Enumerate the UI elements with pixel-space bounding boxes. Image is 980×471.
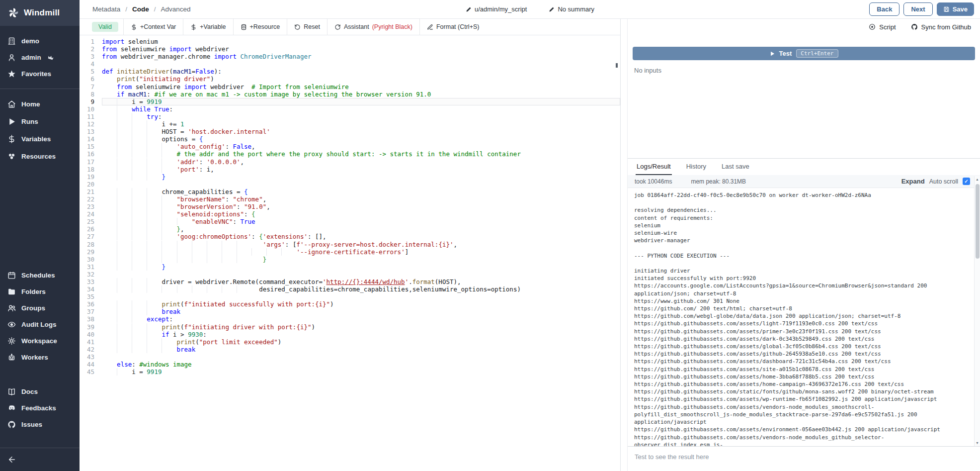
sidebar-item-user[interactable]: admin bbox=[0, 49, 80, 66]
sidebar-item-variables[interactable]: Variables bbox=[0, 130, 80, 148]
code-line-39[interactable]: 39 print(f"initiating driver with port:{… bbox=[82, 323, 620, 331]
summary-button[interactable]: No summary bbox=[549, 5, 594, 13]
code-line-41[interactable]: 41 print("port limit exceeded") bbox=[82, 338, 620, 346]
code-line-32[interactable]: 32 bbox=[82, 271, 620, 278]
toolbar-button-assistant[interactable]: Assistant (Pyright Black) bbox=[327, 19, 419, 35]
toolbar-button-context-var[interactable]: +Context Var bbox=[123, 19, 183, 35]
back-button[interactable]: Back bbox=[869, 2, 899, 16]
code-line-22[interactable]: 22 "browserName": "chrome", bbox=[82, 195, 620, 203]
code-line-33[interactable]: 33 driver = webdriver.Remote(command_exe… bbox=[82, 278, 620, 285]
code-line-28[interactable]: 28 'args': [f'--proxy-server=host.docker… bbox=[82, 241, 620, 248]
code-line-18[interactable]: 18 'port': i, bbox=[82, 166, 620, 173]
brand-name: Windmill bbox=[24, 8, 60, 18]
save-button[interactable]: Save bbox=[937, 2, 974, 16]
code-line-21[interactable]: 21 chrome_capabilities = { bbox=[82, 188, 620, 195]
pane-splitter[interactable] bbox=[621, 19, 627, 471]
code-line-34[interactable]: 34 desired_capabilities=chrome_capabilit… bbox=[82, 285, 620, 293]
sidebar-item-favorites[interactable]: Favorites bbox=[0, 66, 80, 82]
panel-action-script[interactable]: Script bbox=[869, 23, 896, 31]
sidebar-item-workspace[interactable]: demo bbox=[0, 33, 80, 49]
sidebar-item-folders[interactable]: Folders bbox=[0, 283, 80, 300]
panel-action-sync-from-github[interactable]: Sync from Github bbox=[911, 23, 971, 31]
code-line-31[interactable]: 31 } bbox=[82, 263, 620, 271]
code-line-26[interactable]: 26 }, bbox=[82, 225, 620, 233]
sidebar-item-resources[interactable]: Resources bbox=[0, 148, 80, 165]
code-line-43[interactable]: 43 bbox=[82, 353, 620, 361]
sidebar-collapse-button[interactable] bbox=[0, 448, 80, 471]
code-line-14[interactable]: 14 options = { bbox=[82, 135, 620, 143]
breadcrumb-tab-advanced[interactable]: Advanced bbox=[161, 5, 191, 13]
database-icon bbox=[241, 24, 247, 30]
log-scrollbar[interactable]: ▲ ▼ bbox=[974, 176, 980, 446]
code-line-12[interactable]: 12 i += 1 bbox=[82, 120, 620, 128]
code-line-17[interactable]: 17 'addr': '0.0.0.0', bbox=[82, 158, 620, 166]
code-line-8[interactable]: 8 if macM1: #if we are on mac m1 -> cust… bbox=[82, 91, 620, 98]
sidebar-item-audit-logs[interactable]: Audit Logs bbox=[0, 316, 80, 333]
dollar-icon bbox=[190, 24, 197, 30]
scroll-down-icon[interactable]: ▼ bbox=[976, 440, 979, 446]
scrollbar-thumb[interactable] bbox=[976, 184, 980, 259]
sidebar-nav-admin: SchedulesFoldersGroupsAudit LogsWorkspac… bbox=[0, 267, 80, 366]
code-line-44[interactable]: 44 else: #windows image bbox=[82, 361, 620, 368]
script-path-button[interactable]: u/admin/my_script bbox=[466, 5, 527, 13]
code-line-37[interactable]: 37 break bbox=[82, 308, 620, 315]
code-line-2[interactable]: 2from seleniumwire import webdriver bbox=[82, 45, 620, 53]
sidebar-item-docs[interactable]: Docs bbox=[0, 383, 80, 400]
breadcrumb-tab-code[interactable]: Code bbox=[132, 5, 149, 13]
line-number: 17 bbox=[82, 158, 94, 166]
star-icon bbox=[7, 70, 16, 78]
toolbar-button-resource[interactable]: +Resource bbox=[233, 19, 287, 35]
code-line-15[interactable]: 15 'auto_config': False, bbox=[82, 143, 620, 150]
toolbar-button-format-ctrl-s[interactable]: Format (Ctrl+S) bbox=[419, 19, 486, 35]
sidebar-item-feedbacks[interactable]: Feedbacks bbox=[0, 400, 80, 416]
code-line-11[interactable]: 11 try: bbox=[82, 113, 620, 120]
code-line-45[interactable]: 45 i = 9919 bbox=[82, 368, 620, 376]
code-line-38[interactable]: 38 except: bbox=[82, 315, 620, 323]
panel-action-label: Script bbox=[879, 23, 896, 31]
sidebar-item-label: Feedbacks bbox=[21, 404, 56, 412]
code-line-19[interactable]: 19 } bbox=[82, 173, 620, 181]
code-line-6[interactable]: 6 print("initiating driver") bbox=[82, 75, 620, 83]
toolbar-button-reset[interactable]: Reset bbox=[287, 19, 327, 35]
code-line-10[interactable]: 10 while True: bbox=[82, 105, 620, 113]
expand-logs-button[interactable]: Expand bbox=[901, 178, 925, 185]
sidebar-item-issues[interactable]: Issues bbox=[0, 416, 80, 433]
sidebar-item-groups[interactable]: Groups bbox=[0, 300, 80, 316]
tab-logs-result[interactable]: Logs/Result bbox=[636, 159, 672, 175]
code-line-24[interactable]: 24 "selenoid:options": { bbox=[82, 210, 620, 218]
toolbar-button-variable[interactable]: +Variable bbox=[183, 19, 233, 35]
code-line-4[interactable]: 4 bbox=[82, 60, 620, 68]
breadcrumb-tab-metadata[interactable]: Metadata bbox=[92, 5, 120, 13]
code-line-3[interactable]: 3from webdriver_manager.chrome import Ch… bbox=[82, 53, 620, 60]
code-line-20[interactable]: 20 bbox=[82, 181, 620, 188]
scroll-up-icon[interactable]: ▲ bbox=[976, 176, 979, 183]
code-line-23[interactable]: 23 "browserVersion": "91.0", bbox=[82, 203, 620, 210]
brand-logo[interactable]: Windmill bbox=[0, 0, 80, 26]
sidebar-item-home[interactable]: Home bbox=[0, 95, 80, 113]
test-button[interactable]: Test Ctrl+Enter bbox=[633, 47, 975, 60]
code-line-5[interactable]: 5def initiateDriver(macM1=False): bbox=[82, 68, 620, 75]
sidebar-item-workers[interactable]: Workers bbox=[0, 349, 80, 366]
code-line-25[interactable]: 25 "enableVNC": True bbox=[82, 218, 620, 225]
sidebar-item-schedules[interactable]: Schedules bbox=[0, 267, 80, 283]
code-line-1[interactable]: 1import selenium bbox=[82, 38, 620, 45]
code-line-30[interactable]: 30 } bbox=[82, 256, 620, 263]
log-viewer[interactable]: job 01864aff-22dd-cf40-f0c5-0ec8e9b50c70… bbox=[628, 188, 980, 446]
code-line-36[interactable]: 36 print(f"initiated successfully with p… bbox=[82, 300, 620, 308]
code-line-40[interactable]: 40 if i > 9930: bbox=[82, 331, 620, 338]
autoscroll-checkbox[interactable]: ✓ bbox=[963, 178, 970, 185]
tab-history[interactable]: History bbox=[685, 159, 707, 175]
code-line-42[interactable]: 42 break bbox=[82, 346, 620, 353]
code-line-27[interactable]: 27 'goog:chromeOptions': {'extensions': … bbox=[82, 233, 620, 240]
code-line-7[interactable]: 7 from seleniumwire import webdriver # I… bbox=[82, 83, 620, 91]
code-line-13[interactable]: 13 HOST = 'host.docker.internal' bbox=[82, 128, 620, 135]
sidebar-item-workspace[interactable]: Workspace bbox=[0, 333, 80, 349]
tab-last-save[interactable]: Last save bbox=[721, 159, 750, 175]
code-line-35[interactable]: 35 bbox=[82, 293, 620, 300]
code-line-29[interactable]: 29 '--ignore-certificate-errors'] bbox=[82, 248, 620, 256]
code-editor[interactable]: 1import selenium2from seleniumwire impor… bbox=[80, 35, 620, 471]
code-line-16[interactable]: 16 # the addr and the port where the pro… bbox=[82, 150, 620, 158]
sidebar-item-runs[interactable]: Runs bbox=[0, 113, 80, 130]
next-button[interactable]: Next bbox=[903, 2, 932, 16]
code-line-9[interactable]: 9 i = 9919 bbox=[82, 98, 620, 105]
